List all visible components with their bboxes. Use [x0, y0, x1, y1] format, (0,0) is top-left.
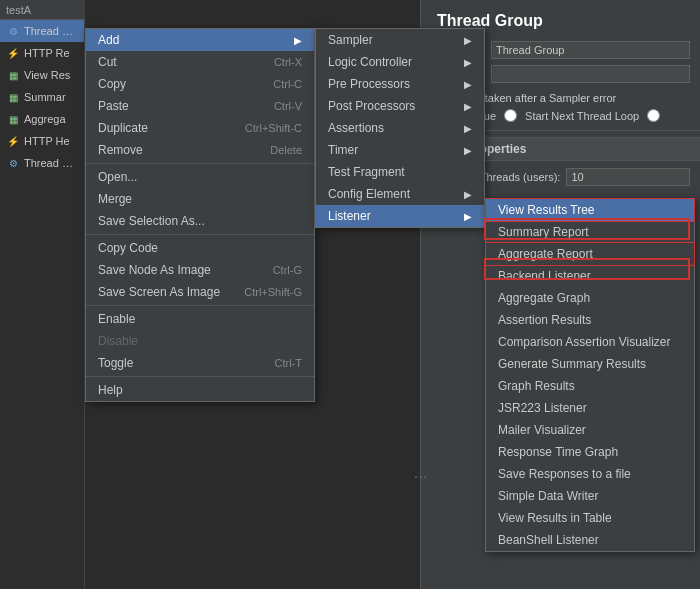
tree-item-thread-group[interactable]: ⚙Thread Gro: [0, 20, 84, 42]
submenu-add-item-config-element[interactable]: Config Element▶: [316, 183, 484, 205]
listener-item-backend-listener[interactable]: Backend Listener: [486, 265, 694, 287]
menu-item-remove[interactable]: RemoveDelete: [86, 139, 314, 161]
menu-item-duplicate[interactable]: DuplicateCtrl+Shift-C: [86, 117, 314, 139]
submenu-add-arrow-assertions: ▶: [464, 123, 472, 134]
listener-item-assertion-results[interactable]: Assertion Results: [486, 309, 694, 331]
listener-item-summary-report[interactable]: Summary Report: [486, 221, 694, 243]
tree-item-http-header[interactable]: ⚡HTTP He: [0, 130, 84, 152]
submenu-add-label-post-processors: Post Processors: [328, 99, 415, 113]
tree-item-thread-group2[interactable]: ⚙Thread Gro: [0, 152, 84, 174]
listener-item-beanshell-listener[interactable]: BeanShell Listener: [486, 529, 694, 551]
menu-item-copy-code[interactable]: Copy Code: [86, 237, 314, 259]
listener-item-view-results-tree[interactable]: View Results Tree: [486, 199, 694, 221]
menu-item-cut[interactable]: CutCtrl-X: [86, 51, 314, 73]
tree-label-http-req1: HTTP Re: [24, 47, 70, 59]
listener-item-view-results-table[interactable]: View Results in Table: [486, 507, 694, 529]
menu-item-merge[interactable]: Merge: [86, 188, 314, 210]
listener-label-mailer-visualizer: Mailer Visualizer: [498, 423, 586, 437]
submenu-add-item-logic-controller[interactable]: Logic Controller▶: [316, 51, 484, 73]
menu-label-save-node: Save Node As Image: [98, 263, 211, 277]
shortcut-save-screen: Ctrl+Shift-G: [244, 286, 302, 298]
arrow-add: ▶: [294, 35, 302, 46]
tree-label-http-header: HTTP He: [24, 135, 70, 147]
listener-item-aggregate-graph[interactable]: Aggregate Graph: [486, 287, 694, 309]
menu-label-cut: Cut: [98, 55, 117, 69]
dots-indicator: ⋮: [413, 470, 429, 485]
comments-input[interactable]: [491, 65, 690, 83]
menu-label-duplicate: Duplicate: [98, 121, 148, 135]
tree-item-aggregate[interactable]: ▦Aggrega: [0, 108, 84, 130]
tree-icon-http-req1: ⚡: [6, 46, 20, 60]
menu-item-help[interactable]: Help: [86, 379, 314, 401]
listener-item-mailer-visualizer[interactable]: Mailer Visualizer: [486, 419, 694, 441]
menu-item-toggle[interactable]: ToggleCtrl-T: [86, 352, 314, 374]
listener-label-assertion-results: Assertion Results: [498, 313, 591, 327]
listener-item-save-responses[interactable]: Save Responses to a file: [486, 463, 694, 485]
menu-label-paste: Paste: [98, 99, 129, 113]
menu-item-copy[interactable]: CopyCtrl-C: [86, 73, 314, 95]
tree-item-view-results[interactable]: ▦View Res: [0, 64, 84, 86]
start-next-radio[interactable]: [504, 109, 517, 122]
menu-item-add[interactable]: Add▶: [86, 29, 314, 51]
tree-label-thread-group: Thread Gro: [24, 25, 78, 37]
listener-item-aggregate-report[interactable]: Aggregate Report: [486, 243, 694, 265]
submenu-add-item-assertions[interactable]: Assertions▶: [316, 117, 484, 139]
submenu-add-item-listener[interactable]: Listener▶: [316, 205, 484, 227]
submenu-add-arrow-pre-processors: ▶: [464, 79, 472, 90]
submenu-add-label-sampler: Sampler: [328, 33, 373, 47]
extra-radio[interactable]: [647, 109, 660, 122]
name-input[interactable]: [491, 41, 690, 59]
menu-separator: [86, 305, 314, 306]
submenu-add-label-timer: Timer: [328, 143, 358, 157]
submenu-add-item-post-processors[interactable]: Post Processors▶: [316, 95, 484, 117]
menu-item-save-node[interactable]: Save Node As ImageCtrl-G: [86, 259, 314, 281]
listener-item-generate-summary-results[interactable]: Generate Summary Results: [486, 353, 694, 375]
submenu-add-item-timer[interactable]: Timer▶: [316, 139, 484, 161]
menu-item-enable[interactable]: Enable: [86, 308, 314, 330]
tree-item-summary[interactable]: ▦Summar: [0, 86, 84, 108]
submenu-add-arrow-post-processors: ▶: [464, 101, 472, 112]
listener-label-aggregate-graph: Aggregate Graph: [498, 291, 590, 305]
context-menu: Add▶CutCtrl-XCopyCtrl-CPasteCtrl-VDuplic…: [85, 28, 315, 402]
menu-label-merge: Merge: [98, 192, 132, 206]
listener-label-jsr223-listener: JSR223 Listener: [498, 401, 587, 415]
menu-item-paste[interactable]: PasteCtrl-V: [86, 95, 314, 117]
left-panel: testA ⚙Thread Gro⚡HTTP Re▦View Res▦Summa…: [0, 0, 85, 589]
menu-label-copy-code: Copy Code: [98, 241, 158, 255]
listener-item-graph-results[interactable]: Graph Results: [486, 375, 694, 397]
listener-item-simple-data-writer[interactable]: Simple Data Writer: [486, 485, 694, 507]
listener-item-response-time-graph[interactable]: Response Time Graph: [486, 441, 694, 463]
submenu-add-arrow-logic-controller: ▶: [464, 57, 472, 68]
listener-item-jsr223-listener[interactable]: JSR223 Listener: [486, 397, 694, 419]
menu-item-disable: Disable: [86, 330, 314, 352]
tree-item-http-req1[interactable]: ⚡HTTP Re: [0, 42, 84, 64]
listener-label-view-results-tree: View Results Tree: [498, 203, 595, 217]
thread-count-input[interactable]: [566, 168, 690, 186]
tree-label-aggregate: Aggrega: [24, 113, 66, 125]
menu-label-save-selection: Save Selection As...: [98, 214, 205, 228]
submenu-add-item-sampler[interactable]: Sampler▶: [316, 29, 484, 51]
tree-label-view-results: View Res: [24, 69, 70, 81]
shortcut-remove: Delete: [270, 144, 302, 156]
listener-label-generate-summary-results: Generate Summary Results: [498, 357, 646, 371]
tree-label-thread-group2: Thread Gro: [24, 157, 78, 169]
submenu-add-item-pre-processors[interactable]: Pre Processors▶: [316, 73, 484, 95]
listener-label-save-responses: Save Responses to a file: [498, 467, 631, 481]
menu-item-save-selection[interactable]: Save Selection As...: [86, 210, 314, 232]
tree-view: ⚙Thread Gro⚡HTTP Re▦View Res▦Summar▦Aggr…: [0, 20, 84, 174]
listener-label-graph-results: Graph Results: [498, 379, 575, 393]
shortcut-copy: Ctrl-C: [273, 78, 302, 90]
listener-item-comparison-assertion-visualizer[interactable]: Comparison Assertion Visualizer: [486, 331, 694, 353]
submenu-add-item-test-fragment[interactable]: Test Fragment: [316, 161, 484, 183]
menu-item-open[interactable]: Open...: [86, 166, 314, 188]
menu-separator: [86, 234, 314, 235]
shortcut-paste: Ctrl-V: [274, 100, 302, 112]
shortcut-toggle: Ctrl-T: [275, 357, 303, 369]
submenu-add-label-listener: Listener: [328, 209, 371, 223]
app-title: testA: [6, 4, 31, 16]
menu-label-toggle: Toggle: [98, 356, 133, 370]
submenu-add-arrow-config-element: ▶: [464, 189, 472, 200]
menu-label-add: Add: [98, 33, 119, 47]
shortcut-duplicate: Ctrl+Shift-C: [245, 122, 302, 134]
menu-item-save-screen[interactable]: Save Screen As ImageCtrl+Shift-G: [86, 281, 314, 303]
